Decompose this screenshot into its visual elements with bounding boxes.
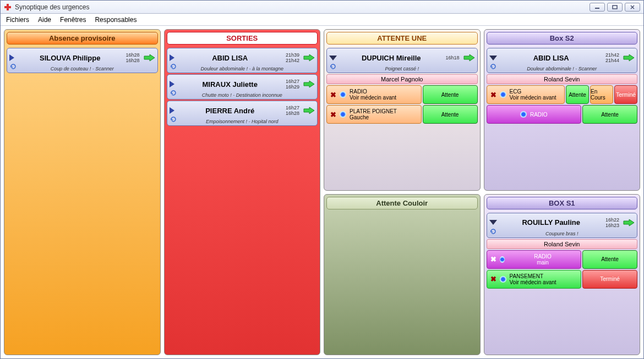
task-text: PLATRE POIGNET Gauche — [350, 108, 397, 120]
panel-body: ABID LISA 21h42 21h44 Douleur abdominale… — [484, 47, 640, 190]
close-icon[interactable]: ✖ — [490, 91, 496, 99]
status-termine[interactable]: Terminé — [582, 270, 637, 289]
panel-header-sorties: SORTIES — [167, 32, 318, 45]
status-attente[interactable]: Attente — [582, 250, 637, 269]
close-icon[interactable]: ✖ — [330, 111, 336, 119]
task-title: RADIO — [530, 112, 548, 118]
patient-card[interactable]: PIERRE André 16h27 16h28 Empoisonnement … — [167, 101, 318, 126]
time-2: 16h23 — [605, 223, 619, 228]
arrow-right-icon[interactable] — [463, 54, 475, 62]
arrow-right-icon[interactable] — [623, 219, 635, 227]
panel-header-attente-une: ATTENTE UNE — [326, 32, 478, 45]
patient-name: ABID LISA — [178, 54, 282, 62]
task-row: ✖ RADIO main Attente — [487, 250, 638, 269]
task[interactable]: ✖ RADIO Voir médecin avant — [326, 85, 422, 104]
arrow-right-icon[interactable] — [303, 80, 315, 88]
arrow-right-icon[interactable] — [143, 54, 155, 62]
refresh-icon[interactable] — [9, 63, 17, 71]
patient-card[interactable]: ABID LISA 21h39 21h42 Douleur abdominale… — [167, 48, 318, 73]
svg-rect-1 — [4, 6, 11, 8]
patient-name: ABID LISA — [500, 54, 602, 62]
eye-icon — [500, 256, 505, 263]
task-row: ✖ PLATRE POIGNET Gauche Attente — [326, 105, 478, 124]
doctor-name: Roland Sevin — [487, 239, 638, 249]
panel-sorties: SORTIES ABID LISA 21h39 21h42 Douleur ab… — [164, 29, 321, 355]
status-attente[interactable]: Attente — [423, 85, 478, 104]
minimize-button[interactable] — [590, 3, 605, 12]
refresh-icon[interactable] — [489, 63, 497, 71]
menu-responsables[interactable]: Responsables — [95, 16, 137, 24]
task[interactable]: ✖ PLATRE POIGNET Gauche — [326, 105, 422, 124]
task-text: PANSEMENT Voir médecin avant — [510, 273, 556, 285]
patient-card[interactable]: SILOUVA Philippe 16h28 16h28 Coup de cou… — [7, 48, 158, 73]
chevron-down-icon[interactable] — [489, 56, 497, 60]
play-icon[interactable] — [170, 54, 174, 61]
play-icon[interactable] — [170, 81, 174, 87]
task-text: RADIO main — [508, 253, 577, 266]
status-attente[interactable]: Attente — [423, 105, 478, 124]
task-text: ECG Voir médecin avant — [510, 89, 556, 101]
panel-absence-provisoire: Absence provisoire SILOUVA Philippe 16h2… — [4, 29, 161, 355]
panel-body — [324, 212, 480, 355]
maximize-button[interactable] — [607, 3, 623, 12]
task[interactable]: ✖ PANSEMENT Voir médecin avant — [487, 270, 582, 289]
time-1: 16h27 — [286, 79, 299, 84]
arrow-right-icon[interactable] — [303, 54, 315, 62]
task[interactable]: ✖ RADIO main — [487, 250, 582, 269]
svg-marker-8 — [144, 54, 155, 61]
eye-icon — [340, 111, 346, 118]
task[interactable]: RADIO — [487, 105, 582, 124]
task-title: PLATRE POIGNET — [350, 108, 397, 114]
chevron-down-icon[interactable] — [329, 56, 337, 60]
window-controls — [590, 3, 640, 12]
panel-body: ABID LISA 21h39 21h42 Douleur abdominale… — [165, 47, 320, 355]
close-icon[interactable]: ✖ — [330, 91, 336, 99]
menu-fichiers[interactable]: Fichiers — [6, 16, 29, 24]
refresh-icon[interactable] — [329, 63, 337, 71]
arrow-right-icon[interactable] — [623, 54, 635, 62]
panel-header-couloir: Attente Couloir — [326, 197, 478, 209]
panel-header-box-s1: BOX S1 — [487, 197, 638, 209]
play-icon[interactable] — [170, 107, 174, 114]
times: 16h18 — [445, 55, 459, 60]
status-attente[interactable]: Attente — [566, 85, 589, 104]
patient-note: Empoisonnement ! - Hopital nord — [170, 119, 315, 124]
chevron-down-icon[interactable] — [489, 220, 497, 225]
status-attente[interactable]: Attente — [582, 105, 637, 124]
menu-aide[interactable]: Aide — [38, 16, 51, 24]
play-icon[interactable] — [9, 54, 14, 61]
task-sub: Voir médecin avant — [510, 279, 556, 285]
patient-name: DUPUICH Mireille — [340, 54, 442, 62]
patient-card[interactable]: DUPUICH Mireille 16h18 Poignet cassé ! — [326, 48, 478, 73]
refresh-icon[interactable] — [170, 115, 177, 124]
task-row: ✖ PANSEMENT Voir médecin avant Terminé — [487, 270, 638, 289]
task-row: RADIO Attente — [487, 105, 638, 124]
patient-card[interactable]: ABID LISA 21h42 21h44 Douleur abdominale… — [487, 48, 638, 73]
status-termine[interactable]: Terminé — [614, 85, 637, 104]
arrow-right-icon[interactable] — [303, 107, 315, 114]
times: 16h22 16h23 — [605, 217, 619, 228]
patient-card[interactable]: ROUILLY Pauline 16h22 16h23 Coupure bras… — [487, 213, 638, 238]
svg-marker-10 — [304, 81, 314, 87]
task[interactable]: ✖ ECG Voir médecin avant — [487, 85, 565, 104]
patient-name: MIRAUX Juliette — [178, 80, 282, 89]
refresh-icon[interactable] — [489, 228, 497, 236]
times: 16h27 16h29 — [286, 79, 299, 90]
time-1: 21h42 — [605, 52, 619, 58]
refresh-icon[interactable] — [170, 89, 177, 98]
panel-body: DUPUICH Mireille 16h18 Poignet cassé ! M… — [324, 47, 480, 190]
task-title: PANSEMENT — [510, 273, 556, 279]
task-title: RADIO — [350, 89, 396, 95]
status-encours[interactable]: En Cours — [590, 85, 613, 104]
close-icon[interactable]: ✖ — [490, 255, 496, 263]
svg-marker-9 — [304, 54, 314, 61]
refresh-icon[interactable] — [170, 63, 177, 71]
menu-fenetres[interactable]: Fenêtres — [60, 16, 86, 24]
panel-attente-une: ATTENTE UNE DUPUICH Mireille 16h18 Poign… — [324, 29, 481, 191]
task-text: RADIO Voir médecin avant — [350, 89, 396, 101]
close-button[interactable] — [625, 3, 640, 12]
patient-card[interactable]: MIRAUX Juliette 16h27 16h29 Chutte moto … — [167, 74, 318, 100]
close-icon[interactable]: ✖ — [490, 275, 496, 283]
svg-rect-3 — [613, 5, 617, 9]
time-2: 16h29 — [286, 84, 299, 90]
